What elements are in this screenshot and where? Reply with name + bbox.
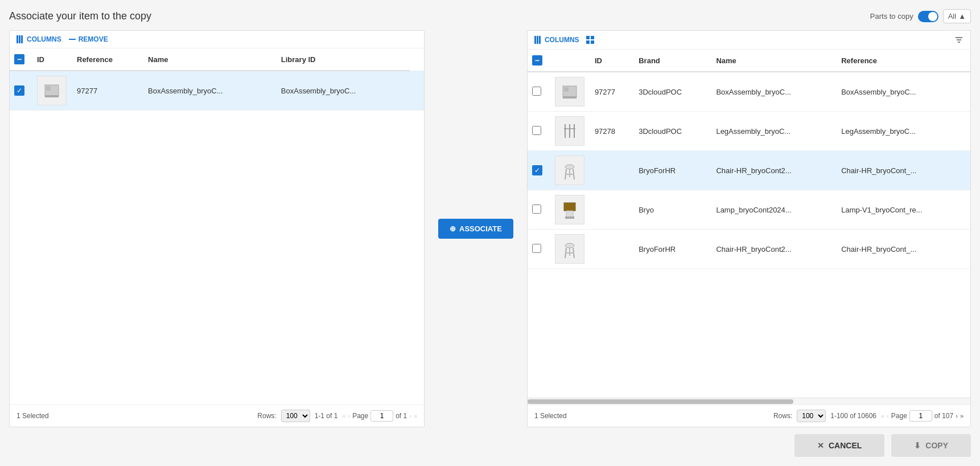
parts-to-copy-label: Parts to copy	[870, 12, 913, 21]
left-pagination: « ‹ Page of 1 › »	[342, 410, 417, 422]
columns-button-left[interactable]: COLUMNS	[17, 35, 61, 43]
row-name-right-4: Lamp_bryoCont2024...	[711, 190, 837, 230]
right-next-page[interactable]: ›	[956, 412, 958, 419]
svg-rect-19	[563, 96, 577, 99]
right-selected-count: 1 Selected	[534, 412, 567, 420]
parts-to-copy-toggle[interactable]	[918, 11, 938, 22]
row-brand-right-4: Bryo	[634, 190, 711, 230]
table-row[interactable]: Bryo Lamp_bryoCont2024... Lamp-V1_bryoCo…	[528, 190, 970, 230]
left-prev-page[interactable]: ‹	[348, 412, 350, 419]
row-libraryid-left-1	[410, 71, 424, 111]
svg-rect-28	[565, 174, 574, 175]
table-row[interactable]: BryoForHR Chair-HR_bryoCont2... Chair-HR…	[528, 230, 970, 269]
svg-rect-8	[537, 36, 538, 44]
row-thumbnail-right-4	[555, 195, 584, 224]
row-checkbox-right-5[interactable]	[532, 244, 541, 253]
table-row[interactable]: 97277 BoxAssembly_bryoC... BoxAssembly_b…	[10, 71, 424, 111]
left-first-page[interactable]: «	[342, 412, 345, 419]
right-of-label: of 107	[934, 412, 953, 420]
columns-button-right[interactable]: COLUMNS	[534, 36, 579, 44]
col-header-id-right: ID	[590, 50, 634, 72]
scrollbar-thumb[interactable]	[528, 399, 793, 404]
grid-icon	[586, 36, 594, 44]
svg-rect-3	[69, 39, 76, 40]
cancel-button[interactable]: ✕ CANCEL	[794, 434, 884, 457]
right-page-input[interactable]	[909, 410, 932, 422]
left-table: ID Reference Name Library ID	[10, 48, 424, 111]
left-footer: 1 Selected Rows: 100 50 25 1-1 of 1 « ‹ …	[10, 404, 424, 427]
svg-rect-2	[21, 35, 23, 43]
left-selected-count: 1 Selected	[17, 412, 49, 420]
table-row[interactable]: BryoForHR Chair-HR_bryoCont2... Chair-HR…	[528, 151, 970, 190]
row-checkbox-right-3[interactable]	[532, 165, 542, 175]
col-header-brand-right: Brand	[634, 50, 711, 72]
row-brand-right-5: BryoForHR	[634, 230, 711, 269]
copy-button[interactable]: ⬇ COPY	[891, 434, 971, 457]
right-pagination-info: 1-100 of 10606	[830, 412, 876, 420]
row-brand-right-1: 3DcloudPOC	[634, 72, 711, 112]
associate-button[interactable]: ⊕ ASSOCIATE	[438, 219, 513, 239]
left-rows-select[interactable]: 100 50 25	[281, 410, 310, 422]
left-panel: COLUMNS REMOVE ID	[9, 30, 425, 427]
row-reference-right-1: BoxAssembly_bryoC...	[837, 72, 970, 112]
right-first-page[interactable]: «	[881, 412, 884, 419]
left-page-input[interactable]	[370, 410, 393, 422]
right-rows-select[interactable]: 100 50 25	[797, 410, 826, 422]
copy-icon: ⬇	[914, 441, 921, 450]
associate-area: ⊕ ASSOCIATE	[434, 30, 518, 427]
columns-icon-left	[17, 35, 24, 43]
remove-button[interactable]: REMOVE	[68, 35, 108, 43]
right-footer: 1 Selected Rows: 100 50 25 1-100 of 1060…	[528, 404, 970, 427]
left-of-label: of 1	[396, 412, 407, 420]
row-checkbox-right-2[interactable]	[532, 126, 541, 135]
row-thumbnail-left-1	[37, 76, 67, 105]
right-prev-page[interactable]: ‹	[887, 412, 889, 419]
row-thumbnail-right-2	[555, 116, 584, 146]
left-pagination-info: 1-1 of 1	[315, 412, 338, 420]
row-name-right-2: LegAssembly_bryoC...	[711, 112, 837, 151]
right-pagination: « ‹ Page of 107 › »	[881, 410, 963, 422]
filter-button[interactable]	[954, 35, 963, 44]
row-name-left-1: BoxAssembly_bryoC...	[277, 71, 410, 111]
row-checkbox-right-1[interactable]	[532, 87, 541, 96]
row-name-right-1: BoxAssembly_bryoC...	[711, 72, 837, 112]
all-dropdown[interactable]: All ▲	[943, 9, 971, 23]
row-id-right-5	[590, 230, 634, 269]
row-id-left-1: 97277	[72, 71, 143, 111]
svg-point-24	[565, 165, 574, 169]
select-all-left-checkbox[interactable]	[14, 54, 24, 64]
svg-rect-6	[45, 95, 59, 97]
svg-rect-29	[564, 203, 575, 211]
col-header-libraryid-left: Library ID	[277, 48, 410, 71]
grid-view-button[interactable]	[586, 36, 594, 44]
chevron-up-icon: ▲	[958, 12, 966, 21]
select-all-right-checkbox[interactable]	[532, 55, 542, 66]
svg-rect-11	[591, 36, 594, 39]
row-reference-right-2: LegAssembly_bryoC...	[837, 112, 970, 151]
row-id-right-2: 97278	[590, 112, 634, 151]
row-checkbox-left-1[interactable]	[14, 85, 24, 96]
right-horizontal-scrollbar[interactable]	[528, 398, 970, 404]
row-reference-right-5: Chair-HR_bryoCont_...	[837, 230, 970, 269]
row-brand-right-2: 3DcloudPOC	[634, 112, 711, 151]
svg-rect-9	[539, 36, 541, 44]
svg-rect-0	[17, 35, 18, 43]
left-toolbar: COLUMNS REMOVE	[10, 31, 424, 48]
remove-icon	[68, 35, 76, 43]
right-table-container: ID Brand Name Reference	[528, 50, 970, 398]
row-checkbox-right-4[interactable]	[532, 205, 541, 214]
filter-icon	[954, 35, 963, 44]
right-last-page[interactable]: »	[960, 412, 963, 419]
columns-icon-right	[534, 36, 542, 44]
table-row[interactable]: 97277 3DcloudPOC BoxAssembly_bryoC... Bo…	[528, 72, 970, 112]
col-header-name-right: Name	[711, 50, 837, 72]
right-panel: COLUMNS	[527, 30, 971, 427]
col-header-reference-left: Reference	[72, 48, 143, 71]
left-next-page[interactable]: ›	[409, 412, 411, 419]
col-header-name-left: Name	[143, 48, 277, 71]
page-title: Associate your item to the copy	[9, 10, 151, 22]
left-last-page[interactable]: »	[414, 412, 417, 419]
parts-to-copy-section: Parts to copy All ▲	[870, 9, 971, 23]
left-table-container: ID Reference Name Library ID	[10, 48, 424, 404]
table-row[interactable]: 97278 3DcloudPOC LegAssembly_bryoC... Le…	[528, 112, 970, 151]
